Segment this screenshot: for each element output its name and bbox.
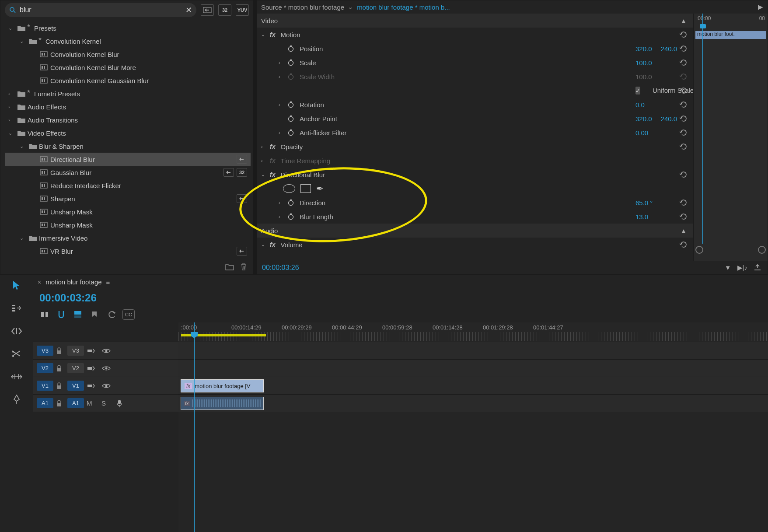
play-icon[interactable]: ▶ [758,3,763,11]
reset-icon[interactable] [679,115,688,122]
stopwatch-icon[interactable] [287,73,294,80]
video-clip[interactable]: fxmotion blur footage [V [181,379,264,392]
skip-icon[interactable]: ▶|♪ [737,264,747,272]
effects-search-box[interactable]: ✕ [5,3,196,17]
fx-badge-icon[interactable] [270,241,275,248]
effects-tree-item[interactable]: Convolution Kernel Gaussian Blur [5,74,251,87]
pen-tool[interactable] [9,393,24,406]
track-target-button[interactable]: V2 [37,363,53,373]
rect-mask-icon[interactable] [300,184,311,193]
stopwatch-icon[interactable] [287,115,294,122]
timeline-ruler[interactable]: :00:0000:00:14:2900:00:29:2900:00:44:290… [178,322,768,342]
expander-icon[interactable]: › [8,104,14,109]
reset-icon[interactable] [679,171,688,178]
effects-tree-item[interactable]: Sharpen [5,192,251,205]
effect-controls-mini-timeline[interactable]: :00:00 00 motion blur foot. [693,14,768,261]
effects-search-input[interactable] [20,6,182,14]
stopwatch-icon[interactable] [287,45,294,52]
track-lane[interactable] [178,359,768,377]
solo-button[interactable]: S [101,399,114,407]
effects-tree-item[interactable]: ›★Lumetri Presets [5,87,251,100]
mini-zoom-scroll[interactable] [695,246,766,252]
linked-selection-icon[interactable] [73,309,83,320]
effects-tree-item[interactable]: Convolution Kernel Blur [5,48,251,61]
expander-icon[interactable]: ⌄ [20,235,26,241]
expander-icon[interactable]: › [279,102,285,107]
ellipse-mask-icon[interactable] [283,184,295,193]
eye-icon[interactable] [101,383,114,389]
expander-icon[interactable]: › [261,158,267,163]
effects-tree-item[interactable]: Reduce Interlace Flicker [5,179,251,192]
effects-tree-item[interactable]: ⌄Video Effects [5,126,251,140]
stopwatch-icon[interactable] [287,199,294,206]
effects-tree-item[interactable]: ⌄★Convolution Kernel [5,35,251,48]
reset-icon[interactable] [679,31,688,38]
slip-tool[interactable] [9,370,24,383]
expander-icon[interactable]: › [279,60,285,65]
expander-icon[interactable]: › [279,130,285,135]
reset-icon[interactable] [679,129,688,136]
stopwatch-icon[interactable] [287,101,294,108]
snap-icon[interactable] [56,309,66,320]
sequence-menu-icon[interactable]: ≡ [106,278,110,286]
eye-icon[interactable] [101,348,114,354]
eye-icon[interactable] [101,365,114,371]
reset-icon[interactable] [679,101,688,108]
property-value[interactable]: 240.0 [661,45,677,52]
audio-clip[interactable]: fx [181,397,264,410]
effect-group-label[interactable]: Motion [280,31,300,38]
property-value[interactable]: 100.0 [635,59,652,66]
ripple-edit-tool[interactable] [9,325,24,338]
lock-icon[interactable] [56,347,65,354]
export-icon[interactable] [754,264,761,272]
collapse-icon[interactable]: ▲ [681,17,687,24]
track-target-button[interactable]: V1 [37,381,53,391]
delete-icon[interactable] [240,263,247,271]
reset-icon[interactable] [679,143,688,150]
accelerated-badge-filter[interactable] [201,4,214,16]
property-value[interactable]: 65.0 ° [635,199,653,206]
uniform-scale-checkbox[interactable]: ✓ [635,87,640,94]
track-target-button[interactable]: A1 [37,398,53,408]
selection-tool[interactable] [9,279,24,292]
lock-icon[interactable] [56,365,65,372]
expander-icon[interactable]: › [261,144,267,149]
effects-tree-item[interactable]: Unsharp Mask [5,218,251,231]
track-lane[interactable]: fx [178,394,768,412]
effect-controls-time[interactable]: 00:00:03:26 [257,261,304,274]
captions-icon[interactable]: CC [122,309,135,320]
fx-badge-icon[interactable] [270,143,275,150]
sequence-clip-label[interactable]: motion blur footage * motion b... [357,4,450,11]
effects-tree-item[interactable]: ⌄★Presets [5,21,251,35]
reset-icon[interactable] [679,73,688,80]
track-source-button[interactable]: V2 [67,363,84,373]
effects-tree-item[interactable]: ⌄Immersive Video [5,231,251,245]
timeline-current-time[interactable]: 00:00:03:26 [39,292,97,304]
effects-tree-item[interactable]: Gaussian Blur32 [5,166,251,179]
expander-icon[interactable]: › [279,74,285,79]
dropdown-chevron-icon[interactable]: ⌄ [348,3,353,11]
expander-icon[interactable]: ⌄ [8,25,14,31]
lock-icon[interactable] [56,382,65,389]
reset-icon[interactable] [679,59,688,66]
expander-icon[interactable]: › [279,214,285,219]
track-output-icon[interactable] [87,383,99,389]
expander-icon[interactable]: › [8,91,14,96]
pen-mask-icon[interactable]: ✒ [316,183,324,194]
marker-icon[interactable] [89,309,100,320]
filter-icon[interactable]: ▼ [725,264,731,272]
razor-tool[interactable] [9,347,24,360]
effects-tree-item[interactable]: ›Audio Effects [5,100,251,113]
expander-icon[interactable]: ⌄ [261,242,267,248]
yuv-badge-filter[interactable]: YUV [236,4,249,16]
property-value[interactable]: 320.0 [635,45,652,52]
track-lane[interactable]: fxmotion blur footage [V [178,377,768,394]
track-lane[interactable] [178,342,768,359]
collapse-icon[interactable]: ▲ [681,227,687,234]
effect-group-label[interactable]: Time Remapping [280,157,330,164]
mute-button[interactable]: M [87,399,99,407]
voiceover-icon[interactable] [116,399,129,408]
property-value[interactable]: 0.0 [635,101,645,108]
stopwatch-icon[interactable] [287,213,294,220]
reset-icon[interactable] [679,199,688,206]
